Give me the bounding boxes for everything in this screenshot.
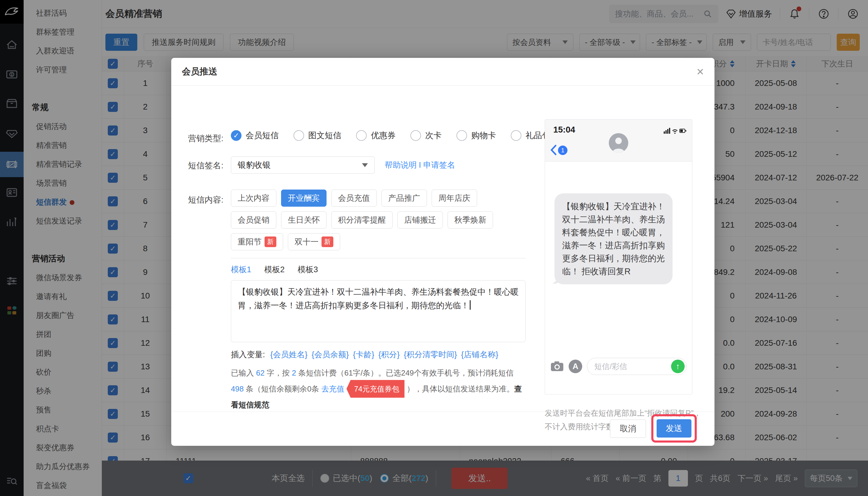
tab-label: 开业酬宾	[288, 193, 320, 203]
signature-select[interactable]: 银豹收银	[231, 156, 375, 174]
phone-statusbar: 15:04 1	[545, 120, 692, 161]
radio-icon	[356, 130, 367, 141]
template-category-tab[interactable]: 生日关怀	[281, 212, 327, 229]
template-category-tab[interactable]: 会员促销	[231, 212, 276, 229]
tab-label: 店铺搬迁	[404, 215, 436, 225]
template-category-tab[interactable]: 开业酬宾	[281, 189, 327, 207]
tab-label: 产品推广	[388, 193, 420, 203]
recharge-link[interactable]: 去充值	[321, 384, 344, 393]
marketing-type-radio[interactable]: 会员短信	[231, 130, 279, 141]
variable-token[interactable]: {店铺名称}	[461, 349, 498, 360]
template-category-tab[interactable]: 会员充值	[331, 189, 377, 207]
template-tab[interactable]: 模板2	[264, 264, 284, 275]
send-arrow-icon: ↑	[671, 360, 685, 373]
phone-input-bar: A 短信/彩信 ↑	[545, 355, 692, 377]
marketing-type-radio[interactable]: 次卡	[410, 130, 442, 141]
insert-variables-row: 插入变量: {会员姓名}{会员余额}{卡龄}{积分}{积分清零时间}{店铺名称}	[231, 349, 529, 360]
radio-icon	[456, 130, 467, 141]
variable-tokens: {会员姓名}{会员余额}{卡龄}{积分}{积分清零时间}{店铺名称}	[270, 349, 498, 360]
modal-body: 营销类型: 会员短信 图文短信 优惠券 次卡	[171, 86, 714, 412]
sms-message-textarea[interactable]: 【银豹收银】天冷宜进补！双十二温补牛羊肉、养生汤料套餐热促中！暖心暖胃，滋养一冬…	[231, 280, 526, 342]
radio-label: 优惠券	[371, 130, 396, 141]
insert-variables-label: 插入变量:	[231, 349, 265, 360]
template-category-tab[interactable]: 双十一 新	[288, 233, 340, 250]
template-tab[interactable]: 模板3	[298, 264, 318, 275]
send-button[interactable]: 发送	[656, 419, 692, 437]
sms-preview-bubble: 【银豹收银】天冷宜进补！双十二温补牛羊肉、养生汤料套餐热促中！暖心暖胃，滋养一冬…	[555, 193, 672, 284]
modal-header: 会员推送 ×	[171, 58, 714, 86]
marketing-type-radio[interactable]: 礼品包	[511, 130, 550, 141]
cancel-button[interactable]: 取消	[610, 420, 646, 438]
radio-icon	[410, 130, 421, 141]
radio-label: 购物卡	[471, 130, 496, 141]
member-push-modal: 会员推送 × 营销类型: 会员短信 图文短信 优惠券	[171, 58, 714, 446]
radio-label: 图文短信	[308, 130, 341, 141]
modal-footer: 取消 发送	[171, 412, 714, 446]
help-apply-signature-links[interactable]: 帮助说明 I 申请签名	[385, 160, 455, 170]
phone-status-icons	[664, 127, 687, 136]
close-icon[interactable]: ×	[696, 65, 704, 78]
sms-signature-label: 短信签名:	[188, 160, 223, 171]
radio-icon	[511, 130, 522, 141]
phone-preview: 15:04 1 【银豹收银】天冷宜进补！双十二温补牛羊肉、养生汤料套餐热促中！暖…	[545, 119, 692, 394]
tab-label: 重阳节	[238, 236, 262, 247]
variable-token[interactable]: {会员姓名}	[270, 349, 308, 360]
tab-label: 会员促销	[238, 215, 269, 225]
template-switcher: 模板1模板2模板3	[231, 264, 529, 275]
variable-token[interactable]: {会员余额}	[312, 349, 349, 360]
template-category-tab[interactable]: 积分清零提醒	[331, 212, 393, 229]
send-highlight-ring: 发送	[651, 414, 697, 443]
chevron-down-icon	[362, 163, 368, 167]
tab-label: 上次内容	[238, 193, 269, 203]
new-badge: 新	[265, 236, 276, 247]
variable-token[interactable]: {卡龄}	[353, 349, 374, 360]
variable-token[interactable]: {积分}	[378, 349, 400, 360]
sms-content-label: 短信内容:	[188, 194, 223, 205]
template-category-tabs: 上次内容 开业酬宾 会员充值 产品推广 周年店庆	[231, 189, 526, 250]
sms-stats-text: 已输入 62 字，按 2 条短信计费（61字/条）。已选249个有效手机号，预计…	[231, 366, 528, 412]
phone-message-input: 短信/彩信 ↑	[587, 358, 687, 375]
recharge-coupon-badge[interactable]: 74元充值券包	[346, 380, 405, 398]
tab-label: 会员充值	[338, 193, 370, 203]
divider	[231, 258, 526, 258]
radio-label: 会员短信	[246, 130, 279, 141]
sms-content-column: 上次内容 开业酬宾 会员充值 产品推广 周年店庆	[231, 189, 529, 412]
sms-message-text: 【银豹收银】天冷宜进补！双十二温补牛羊肉、养生汤料套餐热促中！暖心暖胃，滋养一冬…	[238, 287, 519, 310]
screen: 社群活码 群标签管理 入群欢迎语 许可管理 常规 促销活动 精准营销 精准营销记…	[0, 0, 868, 496]
radio-icon	[293, 130, 304, 141]
phone-time: 15:04	[553, 125, 575, 135]
template-category-tab[interactable]: 上次内容	[231, 189, 276, 207]
marketing-type-label: 营销类型:	[188, 133, 223, 144]
phone-avatar-icon	[609, 133, 628, 153]
tab-label: 生日关怀	[288, 215, 320, 225]
tab-label: 积分清零提醒	[338, 215, 386, 225]
sms-signature-row: 银豹收银 帮助说明 I 申请签名	[231, 156, 455, 174]
variable-token[interactable]: {积分清零时间}	[404, 349, 457, 360]
template-category-tab[interactable]: 重阳节 新	[231, 233, 283, 250]
new-badge: 新	[322, 236, 333, 247]
marketing-type-radio[interactable]: 购物卡	[456, 130, 496, 141]
template-category-tab[interactable]: 店铺搬迁	[398, 212, 443, 229]
radio-icon	[231, 130, 242, 141]
template-category-tab[interactable]: 秋季焕新	[448, 212, 493, 229]
tab-label: 秋季焕新	[454, 215, 486, 225]
marketing-type-radios: 会员短信 图文短信 优惠券 次卡 购物卡	[231, 130, 550, 141]
tab-label: 双十一	[295, 236, 319, 247]
template-category-tab[interactable]: 周年店庆	[432, 189, 477, 207]
tab-label: 周年店庆	[438, 193, 470, 203]
appstore-icon: A	[569, 360, 582, 373]
text-cursor	[470, 300, 470, 310]
phone-back-chevron-icon	[550, 144, 557, 157]
camera-icon	[550, 360, 564, 372]
phone-unread-badge: 1	[558, 145, 568, 155]
radio-label: 次卡	[425, 130, 442, 141]
marketing-type-radio[interactable]: 优惠券	[356, 130, 396, 141]
template-tab[interactable]: 模板1	[231, 264, 251, 275]
modal-title: 会员推送	[182, 65, 217, 78]
template-category-tab[interactable]: 产品推广	[382, 189, 427, 207]
marketing-type-radio[interactable]: 图文短信	[293, 130, 341, 141]
